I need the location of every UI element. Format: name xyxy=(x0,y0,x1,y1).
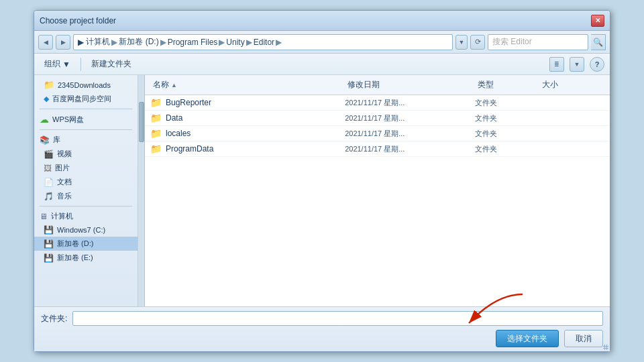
forward-button[interactable]: ▶ xyxy=(56,35,70,50)
breadcrumb[interactable]: ▶ 计算机 ▶ 新加卷 (D:) ▶ Program Files ▶ Unity… xyxy=(73,34,453,50)
file-row[interactable]: 📁 locales 2021/11/17 星期... 文件夹 xyxy=(145,126,610,141)
file-name-cell: 📁 ProgramData xyxy=(150,143,345,154)
computer-icon: 🖥 xyxy=(40,212,48,221)
main-area: 📁 2345Downloads ◆ 百度网盘同步空间 ☁ WPS网盘 📚 库 🎬… xyxy=(34,75,610,306)
drive-c-icon: 💾 xyxy=(44,225,54,235)
sidebar-item-label: 计算机 xyxy=(51,211,73,221)
organize-button[interactable]: 组织 ▼ xyxy=(40,56,75,72)
sidebar-item-computer[interactable]: 🖥 计算机 xyxy=(34,209,138,223)
file-row[interactable]: 📁 Data 2021/11/17 星期... 文件夹 xyxy=(145,111,610,126)
resize-handle[interactable] xyxy=(602,343,610,351)
folder-icon: 📁 xyxy=(150,113,162,123)
breadcrumb-sep-5: ▶ xyxy=(276,38,282,47)
sort-arrow-icon: ▲ xyxy=(171,82,177,88)
sidebar-item-label: 新加卷 (E:) xyxy=(57,253,93,263)
sidebar-divider-3 xyxy=(40,206,132,206)
sidebar-item-library[interactable]: 📚 库 xyxy=(34,133,138,147)
file-type-cell: 文件夹 xyxy=(475,113,540,123)
sidebar-item-label: 2345Downloads xyxy=(58,81,111,89)
sidebar-item-downloads[interactable]: 📁 2345Downloads xyxy=(34,78,138,92)
cancel-button[interactable]: 取消 xyxy=(564,330,603,347)
view-button[interactable]: ≣ xyxy=(549,57,564,72)
help-button[interactable]: ? xyxy=(590,57,604,72)
file-row[interactable]: 📁 BugReporter 2021/11/17 星期... 文件夹 xyxy=(145,95,610,111)
file-date-cell: 2021/11/17 星期... xyxy=(345,129,474,139)
toolbar: 组织 ▼ 新建文件夹 ≣ ▼ ? xyxy=(34,54,610,75)
file-date-cell: 2021/11/17 星期... xyxy=(345,98,474,108)
file-name-text: ProgramData xyxy=(166,144,213,154)
col-header-type[interactable]: 类型 xyxy=(475,78,540,92)
sidebar-item-label: Windows7 (C:) xyxy=(57,226,105,234)
view-dropdown-button[interactable]: ▼ xyxy=(570,57,584,72)
bottombar: 文件夹: 选择文件夹 取消 xyxy=(34,306,610,351)
file-name-cell: 📁 locales xyxy=(150,128,345,139)
folder-icon: 📁 xyxy=(150,143,162,154)
toolbar-sep xyxy=(80,58,81,71)
refresh-button[interactable]: ⟳ xyxy=(470,35,485,50)
breadcrumb-sep-2: ▶ xyxy=(160,38,166,47)
folder-label: 文件夹: xyxy=(41,313,67,324)
search-input[interactable]: 搜索 Editor xyxy=(488,34,588,50)
drive-d-icon: 💾 xyxy=(44,239,54,249)
breadcrumb-computer: ▶ xyxy=(78,38,86,47)
scrollbar-thumb[interactable] xyxy=(139,102,144,142)
file-name-text: BugReporter xyxy=(166,98,211,107)
file-row[interactable]: 📁 ProgramData 2021/11/17 星期... 文件夹 xyxy=(145,141,610,157)
col-header-name[interactable]: 名称 ▲ xyxy=(150,78,345,92)
wps-cloud-icon: ☁ xyxy=(40,114,49,125)
new-folder-label: 新建文件夹 xyxy=(91,58,131,70)
drive-e-icon: 💾 xyxy=(44,253,54,263)
file-type-cell: 文件夹 xyxy=(475,98,540,108)
sidebar-item-label: 图片 xyxy=(55,163,70,173)
new-folder-button[interactable]: 新建文件夹 xyxy=(87,56,136,72)
sidebar-item-drive-d[interactable]: 💾 新加卷 (D:) xyxy=(34,237,138,251)
breadcrumb-item-3[interactable]: Program Files xyxy=(168,38,218,47)
sidebar: 📁 2345Downloads ◆ 百度网盘同步空间 ☁ WPS网盘 📚 库 🎬… xyxy=(34,75,138,306)
folder-icon: 📁 xyxy=(44,80,54,90)
breadcrumb-sep-1: ▶ xyxy=(111,38,117,47)
search-button[interactable]: 🔍 xyxy=(591,34,606,50)
sidebar-item-wps[interactable]: ☁ WPS网盘 xyxy=(34,112,138,127)
back-button[interactable]: ◀ xyxy=(38,35,53,50)
sidebar-item-pictures[interactable]: 🖼 图片 xyxy=(34,161,138,175)
breadcrumb-item-2[interactable]: 新加卷 (D:) xyxy=(119,36,158,48)
close-button[interactable]: ✕ xyxy=(591,15,604,27)
breadcrumb-item-5[interactable]: Editor xyxy=(254,38,274,47)
breadcrumb-item-1[interactable]: 计算机 xyxy=(86,36,110,48)
breadcrumb-sep-3: ▶ xyxy=(219,38,225,47)
col-name-label: 名称 xyxy=(153,79,169,90)
sidebar-item-baidu[interactable]: ◆ 百度网盘同步空间 xyxy=(34,92,138,106)
file-list: 名称 ▲ 修改日期 类型 大小 📁 BugReporter xyxy=(145,75,610,306)
sidebar-item-documents[interactable]: 📄 文档 xyxy=(34,175,138,189)
sidebar-item-label: 库 xyxy=(53,135,60,145)
dropdown-button[interactable]: ▼ xyxy=(455,35,468,50)
sidebar-scrollbar[interactable] xyxy=(138,75,145,306)
file-list-header: 名称 ▲ 修改日期 类型 大小 xyxy=(145,75,610,95)
sidebar-item-label: 新加卷 (D:) xyxy=(57,239,93,249)
col-date-label: 修改日期 xyxy=(347,79,380,90)
library-icon: 📚 xyxy=(40,135,50,145)
col-header-date[interactable]: 修改日期 xyxy=(345,78,474,92)
select-folder-button[interactable]: 选择文件夹 xyxy=(496,330,559,347)
file-date-cell: 2021/11/17 星期... xyxy=(345,144,474,154)
breadcrumb-item-4[interactable]: Unity xyxy=(226,38,244,47)
sidebar-item-windows7[interactable]: 💾 Windows7 (C:) xyxy=(34,223,138,237)
sidebar-item-label: WPS网盘 xyxy=(52,115,84,125)
file-name-cell: 📁 Data xyxy=(150,113,345,123)
organize-label: 组织 xyxy=(44,58,60,70)
sidebar-item-video[interactable]: 🎬 视频 xyxy=(34,147,138,161)
sidebar-divider-1 xyxy=(40,109,132,109)
col-header-size[interactable]: 大小 xyxy=(539,78,604,92)
titlebar: Choose project folder ✕ xyxy=(34,11,610,31)
sidebar-item-music[interactable]: 🎵 音乐 xyxy=(34,189,138,203)
baidu-icon: ◆ xyxy=(44,95,49,103)
button-row: 选择文件夹 取消 xyxy=(41,330,603,347)
search-placeholder: 搜索 Editor xyxy=(492,36,532,48)
folder-path-row: 文件夹: xyxy=(41,311,603,326)
organize-arrow-icon: ▼ xyxy=(62,60,70,69)
dialog-window: Choose project folder ✕ ◀ ▶ ▶ 计算机 ▶ 新加卷 … xyxy=(34,10,610,352)
folder-path-input[interactable] xyxy=(72,311,603,326)
sidebar-item-label: 音乐 xyxy=(57,191,72,201)
dialog-title: Choose project folder xyxy=(40,16,116,25)
sidebar-item-drive-e[interactable]: 💾 新加卷 (E:) xyxy=(34,251,138,265)
